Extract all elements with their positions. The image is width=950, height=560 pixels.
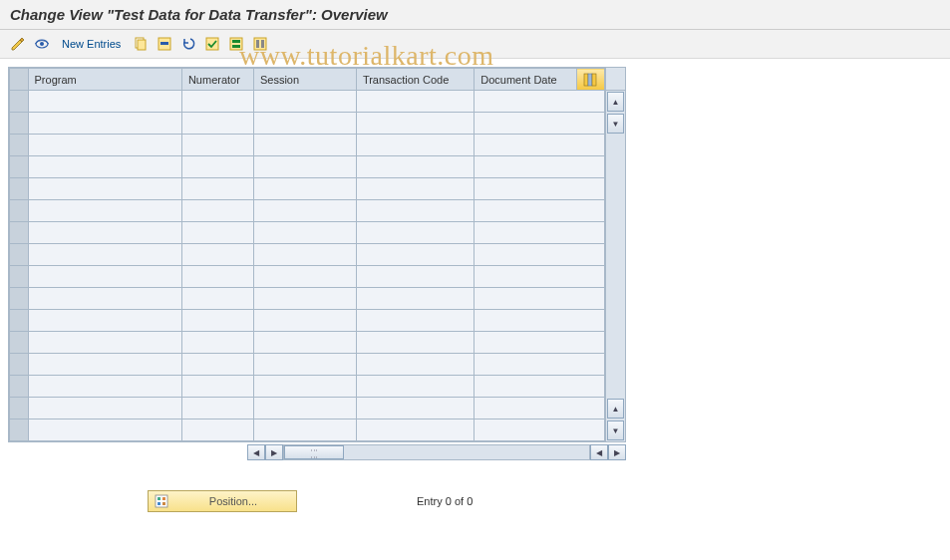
cell-session[interactable] xyxy=(253,266,356,288)
cell-program[interactable] xyxy=(28,200,181,222)
scroll-first-button[interactable]: ◀ xyxy=(247,444,265,460)
cell-program[interactable] xyxy=(28,420,181,441)
row-selector[interactable] xyxy=(10,200,29,222)
cell-session[interactable] xyxy=(253,178,356,200)
cell-program[interactable] xyxy=(28,354,181,376)
column-header-session[interactable]: Session xyxy=(253,69,356,91)
cell-program[interactable] xyxy=(28,288,181,310)
cell-transaction-code[interactable] xyxy=(356,420,474,441)
cell-session[interactable] xyxy=(253,91,356,113)
cell-document-date[interactable] xyxy=(475,310,605,332)
cell-transaction-code[interactable] xyxy=(356,398,474,420)
cell-session[interactable] xyxy=(253,332,356,354)
scroll-right-button[interactable]: ◀ xyxy=(590,444,608,460)
undo-button[interactable] xyxy=(178,34,198,54)
cell-transaction-code[interactable] xyxy=(356,156,474,178)
row-selector[interactable] xyxy=(10,178,29,200)
cell-document-date[interactable] xyxy=(475,135,605,156)
delete-button[interactable] xyxy=(155,34,174,54)
cell-transaction-code[interactable] xyxy=(356,135,474,156)
cell-document-date[interactable] xyxy=(475,354,605,376)
cell-numerator[interactable] xyxy=(181,332,253,354)
cell-transaction-code[interactable] xyxy=(356,113,474,135)
row-selector[interactable] xyxy=(10,354,29,376)
scroll-last-button[interactable]: ▶ xyxy=(608,444,626,460)
scroll-left-button[interactable]: ▶ xyxy=(265,444,283,460)
cell-document-date[interactable] xyxy=(475,200,605,222)
cell-numerator[interactable] xyxy=(181,178,253,200)
cell-numerator[interactable] xyxy=(181,266,253,288)
cell-document-date[interactable] xyxy=(475,91,605,113)
row-selector[interactable] xyxy=(10,376,29,398)
cell-program[interactable] xyxy=(28,156,181,178)
cell-program[interactable] xyxy=(28,222,181,244)
table-settings-button[interactable] xyxy=(577,69,605,91)
scroll-up-bottom-button[interactable]: ▲ xyxy=(607,399,624,419)
cell-program[interactable] xyxy=(28,178,181,200)
cell-session[interactable] xyxy=(253,354,356,376)
column-header-transaction-code[interactable]: Transaction Code xyxy=(356,69,474,91)
cell-document-date[interactable] xyxy=(475,222,605,244)
cell-document-date[interactable] xyxy=(475,376,605,398)
select-block-button[interactable] xyxy=(226,34,246,54)
cell-transaction-code[interactable] xyxy=(356,266,474,288)
cell-session[interactable] xyxy=(253,222,356,244)
cell-session[interactable] xyxy=(253,288,356,310)
deselect-all-button[interactable] xyxy=(250,34,270,54)
new-entries-button[interactable]: New Entries xyxy=(56,36,127,52)
cell-session[interactable] xyxy=(253,310,356,332)
vertical-scroll-track[interactable] xyxy=(606,135,625,398)
cell-document-date[interactable] xyxy=(475,156,605,178)
cell-session[interactable] xyxy=(253,113,356,135)
cell-transaction-code[interactable] xyxy=(356,178,474,200)
cell-program[interactable] xyxy=(28,376,181,398)
cell-document-date[interactable] xyxy=(475,244,605,266)
row-selector[interactable] xyxy=(10,156,29,178)
cell-numerator[interactable] xyxy=(181,244,253,266)
cell-transaction-code[interactable] xyxy=(356,310,474,332)
cell-numerator[interactable] xyxy=(181,288,253,310)
row-selector[interactable] xyxy=(10,398,29,420)
row-selector[interactable] xyxy=(10,222,29,244)
cell-session[interactable] xyxy=(253,420,356,441)
horizontal-scroll-track[interactable] xyxy=(283,444,590,460)
row-selector[interactable] xyxy=(10,266,29,288)
cell-program[interactable] xyxy=(28,310,181,332)
cell-document-date[interactable] xyxy=(475,178,605,200)
cell-program[interactable] xyxy=(28,266,181,288)
cell-document-date[interactable] xyxy=(475,266,605,288)
cell-transaction-code[interactable] xyxy=(356,91,474,113)
cell-transaction-code[interactable] xyxy=(356,288,474,310)
cell-program[interactable] xyxy=(28,91,181,113)
cell-numerator[interactable] xyxy=(181,200,253,222)
row-selector[interactable] xyxy=(10,244,29,266)
row-selector[interactable] xyxy=(10,420,29,441)
cell-program[interactable] xyxy=(28,113,181,135)
select-all-button[interactable] xyxy=(202,34,222,54)
cell-program[interactable] xyxy=(28,244,181,266)
scroll-up-button[interactable]: ▲ xyxy=(607,92,624,112)
scroll-down-button[interactable]: ▼ xyxy=(607,114,624,134)
cell-program[interactable] xyxy=(28,398,181,420)
cell-numerator[interactable] xyxy=(181,376,253,398)
column-header-document-date[interactable]: Document Date xyxy=(475,69,577,91)
scroll-down-bottom-button[interactable]: ▼ xyxy=(607,420,624,440)
copy-as-button[interactable] xyxy=(131,34,151,54)
cell-transaction-code[interactable] xyxy=(356,222,474,244)
cell-session[interactable] xyxy=(253,398,356,420)
cell-transaction-code[interactable] xyxy=(356,354,474,376)
cell-numerator[interactable] xyxy=(181,222,253,244)
column-header-numerator[interactable]: Numerator xyxy=(181,69,253,91)
cell-numerator[interactable] xyxy=(181,310,253,332)
cell-numerator[interactable] xyxy=(181,354,253,376)
row-selector[interactable] xyxy=(10,310,29,332)
cell-document-date[interactable] xyxy=(475,398,605,420)
cell-numerator[interactable] xyxy=(181,420,253,441)
cell-document-date[interactable] xyxy=(475,332,605,354)
cell-transaction-code[interactable] xyxy=(356,244,474,266)
cell-session[interactable] xyxy=(253,135,356,156)
cell-transaction-code[interactable] xyxy=(356,200,474,222)
row-selector[interactable] xyxy=(10,135,29,156)
cell-document-date[interactable] xyxy=(475,420,605,441)
cell-transaction-code[interactable] xyxy=(356,332,474,354)
